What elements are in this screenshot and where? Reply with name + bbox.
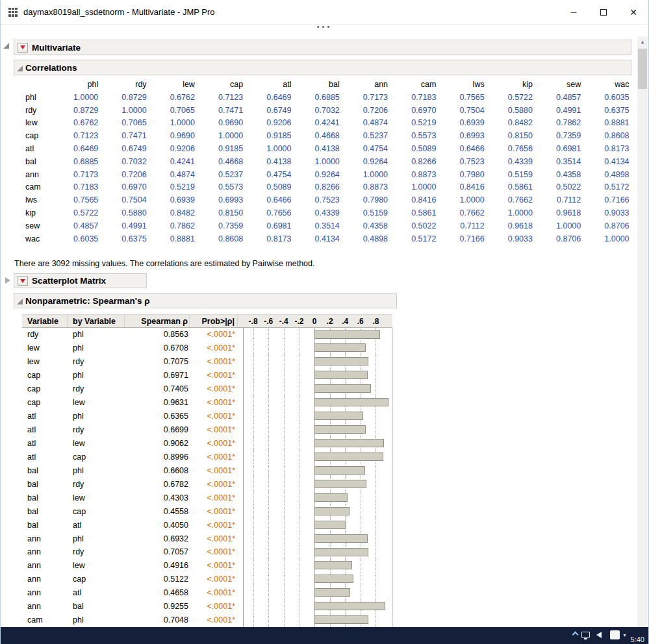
- spearman-by-variable: phl: [68, 615, 125, 625]
- chart-gridline: [253, 410, 254, 423]
- chart-gridline: [299, 491, 299, 504]
- scatterplot-matrix-disclosure-triangle[interactable]: [5, 277, 10, 284]
- chart-gridline: [253, 504, 254, 518]
- chart-gridline: [268, 341, 269, 355]
- tray-show-hidden-icons-chevron-icon[interactable]: [572, 632, 579, 638]
- chart-gridline: [268, 545, 269, 559]
- correlation-value: 0.4754: [246, 170, 294, 179]
- correlation-bar: [314, 439, 384, 447]
- correlation-value: 0.7065: [101, 118, 149, 127]
- correlation-bar: [314, 521, 346, 529]
- chart-right-frame: [392, 613, 393, 627]
- correlation-value: 0.7359: [197, 221, 246, 230]
- correlation-value: 0.4874: [149, 170, 197, 179]
- nonparametric-disclosure-triangle[interactable]: [17, 299, 23, 304]
- tray-caret-icon[interactable]: ▼: [622, 633, 627, 638]
- correlation-column-header: lws: [439, 80, 487, 89]
- scatterplot-matrix-red-triangle-menu[interactable]: [18, 276, 28, 286]
- chart-gridline: [284, 559, 285, 573]
- spearman-row: balphl0.6608<.0001*: [22, 464, 392, 477]
- toolbar-overflow-dots[interactable]: •••: [1, 23, 648, 31]
- chart-left-frame: [243, 382, 244, 396]
- correlation-value: 0.5022: [535, 182, 583, 192]
- taskbar-clock[interactable]: 5:40: [631, 636, 644, 643]
- correlations-disclosure-triangle[interactable]: [17, 66, 23, 71]
- correlation-value: 0.7032: [101, 157, 149, 166]
- chart-right-frame: [392, 437, 393, 451]
- spearman-rho-value: 0.6932: [125, 534, 190, 543]
- scrollbar-thumb[interactable]: [638, 49, 647, 89]
- correlation-row: wac0.60350.63750.88810.86080.81730.41340…: [14, 232, 632, 245]
- chart-gridline: [375, 573, 376, 586]
- chart-right-frame: [392, 382, 393, 396]
- chart-left-frame: [243, 586, 244, 600]
- multivariate-disclosure-triangle[interactable]: [3, 43, 9, 49]
- minimize-button[interactable]: ─: [559, 0, 589, 25]
- chart-gridline: [268, 504, 269, 518]
- correlation-value: 0.7173: [53, 170, 101, 179]
- chart-gridline: [268, 491, 269, 504]
- correlation-column-header: wac: [583, 80, 631, 89]
- tray-app-icon[interactable]: [610, 630, 620, 639]
- spearman-bar-cell: [238, 450, 392, 464]
- correlation-value: 0.7032: [294, 106, 342, 115]
- chart-gridline: [284, 545, 285, 559]
- multivariate-red-triangle-menu[interactable]: [18, 43, 28, 53]
- correlation-bar: [314, 548, 368, 556]
- minimize-icon: ─: [571, 8, 577, 17]
- close-button[interactable]: ✕: [618, 0, 648, 25]
- spearman-variable: ann: [22, 534, 68, 543]
- scatterplot-matrix-header-bar[interactable]: Scatterplot Matrix: [14, 273, 147, 288]
- chart-gridline: [268, 382, 269, 396]
- spearman-by-variable: phl: [68, 466, 125, 475]
- correlation-value: 0.8150: [487, 131, 535, 140]
- tray-network-icon[interactable]: [581, 632, 590, 638]
- chart-left-frame: [243, 464, 244, 477]
- correlation-value: 0.5573: [197, 182, 246, 192]
- spearman-bar-cell: [238, 410, 392, 423]
- correlation-value: 0.6469: [53, 144, 101, 153]
- spearman-by-variable: rdy: [68, 425, 125, 434]
- red-triangle-icon: [20, 279, 25, 283]
- spearman-prob-value: <.0001*: [190, 384, 238, 393]
- chart-gridline: [299, 382, 299, 396]
- scrollbar-up-arrow[interactable]: ▲: [637, 36, 648, 47]
- chart-left-frame: [243, 518, 244, 532]
- correlation-value: 0.7656: [246, 208, 294, 217]
- correlation-row-label: lws: [14, 195, 53, 204]
- correlation-value: 0.8482: [149, 208, 197, 217]
- chart-gridline: [284, 396, 285, 410]
- chart-right-frame: [392, 450, 393, 464]
- spearman-rows: rdyphl0.8563<.0001*lewphl0.6708<.0001*le…: [22, 328, 392, 627]
- nonparametric-header-bar[interactable]: Nonparametric: Spearman's ρ: [14, 293, 397, 308]
- correlation-value: 0.5861: [487, 182, 535, 192]
- correlation-value: 0.8729: [101, 93, 149, 102]
- correlations-header-bar[interactable]: Correlations: [14, 60, 631, 75]
- correlation-value: 0.9033: [487, 234, 535, 243]
- spearman-bar-cell: [238, 437, 392, 451]
- correlation-bar: [314, 493, 348, 502]
- vertical-scrollbar[interactable]: ▲: [637, 36, 648, 627]
- chart-gridline: [268, 328, 269, 341]
- correlation-value: 1.0000: [149, 118, 197, 127]
- tray-volume-icon[interactable]: [596, 632, 602, 638]
- correlation-value: 0.7471: [101, 131, 149, 140]
- correlation-value: 0.7166: [439, 234, 487, 243]
- correlation-value: 0.9033: [583, 208, 631, 217]
- chart-left-frame: [243, 573, 244, 586]
- correlation-bar: [314, 412, 363, 420]
- spearman-bar-cell: [238, 464, 392, 477]
- chart-right-frame: [392, 559, 393, 573]
- chart-gridline: [299, 355, 299, 369]
- chart-gridline: [253, 369, 254, 382]
- chart-gridline: [284, 369, 285, 382]
- spearman-variable: ann: [22, 575, 68, 584]
- spearman-by-variable: phl: [68, 330, 125, 339]
- chart-gridline: [299, 477, 299, 491]
- chart-gridline: [299, 328, 299, 341]
- multivariate-header-bar[interactable]: Multivariate: [14, 40, 631, 55]
- correlation-bar: [314, 507, 350, 515]
- chart-gridline: [253, 450, 254, 464]
- maximize-button[interactable]: [589, 0, 618, 25]
- chart-left-frame: [243, 341, 244, 355]
